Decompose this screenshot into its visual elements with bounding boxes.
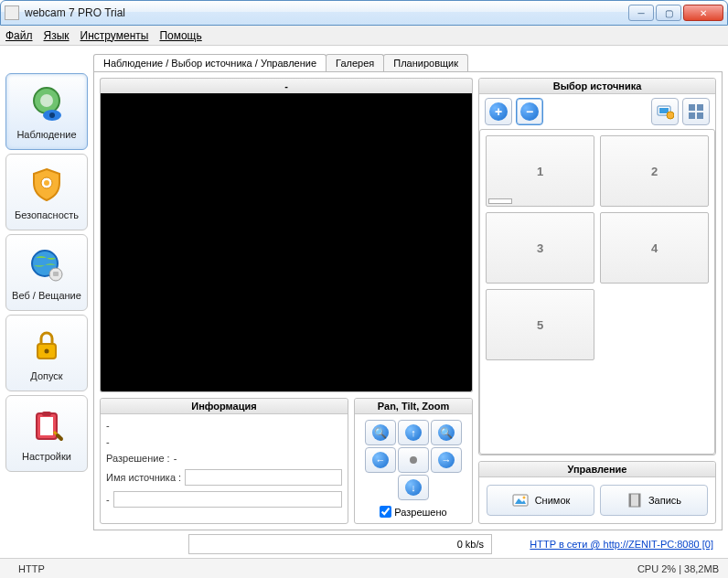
- nav-access[interactable]: Допуск: [5, 315, 88, 391]
- zoom-in-icon: 🔍: [372, 424, 389, 441]
- resolution-value: -: [174, 453, 177, 464]
- source-settings-button[interactable]: [651, 98, 679, 125]
- nav-security[interactable]: Безопасность: [5, 154, 88, 230]
- info-line3-input[interactable]: [113, 491, 342, 508]
- panel-title: Управление: [479, 462, 715, 477]
- svg-rect-20: [697, 112, 703, 119]
- arrow-down-icon: ↓: [405, 479, 422, 496]
- svg-point-22: [522, 497, 525, 499]
- info-line2: -: [106, 436, 342, 447]
- arrow-left-icon: ←: [372, 452, 389, 468]
- source-cell-2[interactable]: 2: [600, 135, 709, 207]
- source-cell-4[interactable]: 4: [600, 212, 709, 284]
- svg-rect-17: [689, 104, 695, 111]
- ptz-allowed-input[interactable]: [380, 506, 391, 518]
- add-source-button[interactable]: +: [485, 98, 512, 125]
- nav-label: Наблюдение: [16, 129, 76, 140]
- http-server-link[interactable]: HTTP в сети @ http://ZENIT-PC:8080 [0]: [530, 539, 713, 550]
- video-preview[interactable]: [100, 93, 473, 392]
- snapshot-button[interactable]: Снимок: [487, 485, 594, 516]
- panel-title: Выбор источника: [479, 79, 715, 94]
- source-selector-panel: Выбор источника + −: [478, 78, 716, 455]
- info-line1: -: [106, 420, 342, 431]
- arrow-up-icon: ↑: [405, 424, 422, 441]
- button-label: Запись: [648, 495, 681, 506]
- menu-language[interactable]: Язык: [44, 29, 70, 42]
- svg-rect-18: [697, 104, 703, 111]
- source-name-input[interactable]: [185, 469, 342, 486]
- info-panel: Информация - - Разрешение : - Имя источн…: [100, 398, 348, 524]
- photo-icon: [511, 492, 530, 508]
- svg-point-5: [44, 180, 49, 186]
- film-icon: [626, 492, 643, 508]
- arrow-right-icon: →: [438, 452, 455, 468]
- nav-label: Веб / Вещание: [12, 290, 81, 301]
- window-title: webcam 7 PRO Trial: [25, 6, 628, 19]
- resolution-label: Разрешение :: [106, 453, 170, 464]
- video-title: -: [100, 78, 473, 93]
- info-line3-label: -: [106, 494, 110, 505]
- tab-strip: Наблюдение / Выбор источника / Управлени…: [93, 49, 723, 71]
- menu-help[interactable]: Помощь: [159, 29, 201, 42]
- tab-scheduler[interactable]: Планировщик: [383, 54, 468, 71]
- status-memory: 38,2MB: [684, 563, 719, 574]
- ptz-panel: Pan, Tilt, Zoom 🔍 ↑ 🔍 ← → ↓: [354, 398, 473, 524]
- source-name-label: Имя источника :: [106, 472, 181, 483]
- svg-point-10: [45, 349, 49, 354]
- tab-monitoring[interactable]: Наблюдение / Выбор источника / Управлени…: [93, 54, 327, 71]
- svg-point-3: [49, 112, 55, 118]
- nav-web-broadcast[interactable]: Веб / Вещание: [5, 234, 88, 311]
- grid-icon: [688, 103, 704, 120]
- tilt-up-button[interactable]: ↑: [398, 420, 429, 445]
- nav-label: Безопасность: [15, 209, 79, 220]
- lock-icon: [26, 325, 68, 367]
- remove-source-button[interactable]: −: [516, 98, 543, 125]
- svg-point-16: [667, 112, 674, 119]
- svg-rect-8: [53, 272, 59, 276]
- svg-rect-24: [629, 494, 631, 507]
- ptz-allowed-label: Разрешено: [394, 507, 446, 518]
- panel-title: Pan, Tilt, Zoom: [355, 399, 472, 414]
- ptz-allowed-checkbox[interactable]: Разрешено: [380, 506, 446, 518]
- tab-gallery[interactable]: Галерея: [326, 54, 384, 71]
- monitor-gear-icon: [656, 103, 674, 120]
- transfer-rate: 0 kb/s: [188, 534, 492, 554]
- nav-settings[interactable]: Настройки: [5, 395, 88, 472]
- zoom-out-button[interactable]: 🔍: [431, 420, 462, 445]
- zoom-out-icon: 🔍: [438, 424, 455, 441]
- shield-icon: [26, 164, 68, 206]
- nav-label: Допуск: [30, 370, 62, 381]
- maximize-button[interactable]: ▢: [656, 5, 681, 21]
- nav-monitoring[interactable]: Наблюдение: [5, 73, 88, 150]
- ptz-center-button[interactable]: [398, 447, 429, 473]
- svg-point-1: [40, 94, 53, 107]
- menu-file[interactable]: Файл: [5, 29, 33, 42]
- svg-rect-15: [659, 108, 669, 113]
- source-cell-3[interactable]: 3: [486, 212, 594, 284]
- pan-left-button[interactable]: ←: [365, 447, 396, 473]
- management-panel: Управление Снимок Запись: [478, 461, 716, 524]
- nav-label: Настройки: [22, 451, 71, 462]
- clipboard-icon: [26, 405, 68, 447]
- tilt-down-button[interactable]: ↓: [398, 475, 429, 500]
- window-titlebar: webcam 7 PRO Trial ─ ▢ ✕: [0, 0, 728, 26]
- svg-rect-13: [42, 412, 51, 416]
- button-label: Снимок: [535, 495, 571, 506]
- source-cell-1[interactable]: 1: [486, 135, 594, 207]
- minimize-button[interactable]: ─: [628, 5, 654, 21]
- webcam-icon: [26, 83, 68, 125]
- pan-right-button[interactable]: →: [431, 447, 462, 473]
- menu-tools[interactable]: Инструменты: [80, 29, 149, 42]
- menubar: Файл Язык Инструменты Помощь: [0, 26, 728, 46]
- svg-rect-12: [40, 417, 53, 435]
- status-cpu: CPU 2%: [637, 563, 676, 574]
- source-cell-5[interactable]: 5: [486, 289, 594, 360]
- svg-rect-19: [689, 112, 695, 119]
- panel-title: Информация: [101, 399, 348, 414]
- close-button[interactable]: ✕: [683, 5, 723, 21]
- source-grid-button[interactable]: [682, 98, 710, 125]
- zoom-in-button[interactable]: 🔍: [365, 420, 396, 445]
- record-button[interactable]: Запись: [600, 485, 708, 516]
- statusbar: HTTP CPU 2% | 38,2MB: [0, 558, 728, 578]
- source-grid: 1 2 3 4 5: [486, 135, 709, 360]
